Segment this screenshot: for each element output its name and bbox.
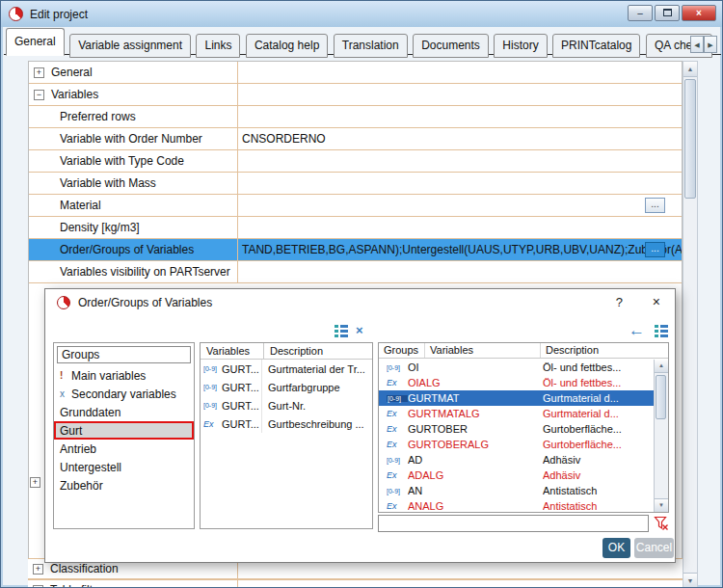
- row-order-groups-of-variables[interactable]: Order/Groups of Variables TAND,BETRIEB,B…: [29, 239, 682, 261]
- group-item-secondary-variables[interactable]: xSecondary variables: [54, 385, 194, 403]
- maximize-icon: [663, 9, 672, 16]
- column-header-description: Description: [264, 343, 372, 359]
- row-variable-order-number[interactable]: Variable with Order Number CNSORDERNO: [29, 128, 682, 150]
- scroll-up-icon[interactable]: ▲: [655, 360, 668, 373]
- dialog-close-icon[interactable]: ×: [653, 294, 660, 309]
- numeric-variable-icon: [0-9]: [201, 365, 222, 372]
- variable-row[interactable]: [0-9]GURT...Gurtfarbgruppe: [201, 378, 372, 396]
- expand-icon[interactable]: +: [33, 585, 43, 588]
- scroll-up-icon[interactable]: ▲: [683, 62, 697, 77]
- column-header-description: Description: [541, 343, 668, 358]
- remove-from-list-icon[interactable]: ×: [356, 323, 363, 337]
- scroll-down-icon[interactable]: ▼: [655, 498, 668, 512]
- tab-links[interactable]: Links: [196, 34, 240, 58]
- groups-panel: Groups !Main variables xSecondary variab…: [53, 342, 195, 529]
- tab-scroll-left-icon[interactable]: ◀: [690, 36, 704, 53]
- add-to-list-icon[interactable]: [335, 325, 348, 340]
- variable-row[interactable]: [0-9]OIÖl- und fettbes...: [379, 360, 654, 375]
- row-label: Preferred rows: [60, 110, 136, 123]
- variable-row[interactable]: [0-9]GURT...Gurtmaterial der Tr...: [201, 360, 372, 378]
- row-value: CNSORDERNO: [242, 132, 326, 146]
- row-density[interactable]: Density [kg/m3]: [29, 217, 682, 239]
- tab-catalog-help[interactable]: Catalog help: [246, 34, 328, 58]
- variable-row[interactable]: ExGURTMATALGGurtmaterial d...: [379, 406, 654, 421]
- scrollbar-thumb[interactable]: [656, 375, 666, 419]
- row-material[interactable]: Material ...: [29, 195, 682, 217]
- variable-row-selected[interactable]: [0-9]GURTMATGurtmaterial d...: [379, 390, 654, 406]
- variable-row[interactable]: ExGURT...Gurtbeschreibung ...: [201, 414, 372, 433]
- group-item-untergestell[interactable]: Untergestell: [54, 458, 194, 476]
- variable-row[interactable]: [0-9]ANAntistatisch: [379, 483, 654, 498]
- column-header-groups: Groups: [379, 343, 425, 358]
- material-ellipsis-button[interactable]: ...: [645, 198, 665, 213]
- filter-input[interactable]: [378, 515, 649, 532]
- tab-documents[interactable]: Documents: [413, 34, 489, 58]
- variable-row[interactable]: [0-9]ADAdhäsiv: [379, 452, 654, 468]
- tab-general[interactable]: General: [6, 28, 65, 56]
- group-item-zubehoer[interactable]: Zubehör: [54, 476, 194, 494]
- group-item-antrieb[interactable]: Antrieb: [54, 440, 194, 458]
- grid-scrollbar[interactable]: ▲ ▼: [683, 61, 698, 588]
- row-variables-visibility[interactable]: Variables visibility on PARTserver: [29, 261, 682, 283]
- row-label: Variables visibility on PARTserver: [60, 265, 230, 279]
- numeric-variable-icon: [0-9]: [201, 402, 222, 409]
- group-item-gurt[interactable]: Gurt: [54, 421, 194, 440]
- row-preferred-rows[interactable]: Preferred rows: [29, 106, 682, 128]
- edit-project-window: Edit project – × General Variable assign…: [0, 0, 723, 588]
- variable-row[interactable]: ExANALGAntistatisch: [379, 498, 654, 512]
- tab-scroll-right-icon[interactable]: ▶: [704, 36, 717, 53]
- expand-icon[interactable]: +: [34, 67, 44, 78]
- group-item-main-variables[interactable]: !Main variables: [54, 366, 194, 385]
- expand-icon[interactable]: +: [33, 564, 43, 575]
- row-general[interactable]: +General: [29, 62, 682, 84]
- text-variable-icon: Ex: [387, 424, 408, 434]
- variable-name: ADALG: [408, 469, 543, 481]
- row-label: Table filters: [50, 583, 109, 588]
- variable-row[interactable]: ExOIALGÖl- und fettbes...: [379, 375, 654, 390]
- group-item-grunddaten[interactable]: Grunddaten: [54, 403, 194, 421]
- numeric-variable-icon: [0-9]: [387, 395, 408, 402]
- help-icon[interactable]: ?: [616, 295, 623, 309]
- variable-description: Adhäsiv: [543, 454, 654, 466]
- numeric-variable-icon: [0-9]: [387, 364, 408, 371]
- variable-description: Gurtmaterial d...: [543, 392, 654, 404]
- group-label: Untergestell: [60, 461, 121, 474]
- group-label: Secondary variables: [71, 388, 176, 401]
- row-variable-type-code[interactable]: Variable with Type Code: [29, 150, 682, 173]
- clear-filter-icon[interactable]: [654, 516, 669, 531]
- row-variables[interactable]: −Variables: [29, 84, 682, 106]
- tab-translation[interactable]: Translation: [334, 34, 408, 58]
- tab-variable-assignment[interactable]: Variable assignment: [69, 34, 191, 58]
- tab-printcatalog[interactable]: PRINTcatalog: [552, 34, 640, 58]
- variable-description: Gurtmaterial d...: [543, 408, 654, 419]
- variables-scrollbar[interactable]: ▲ ▼: [654, 360, 668, 512]
- variable-description: Gurt-Nr.: [261, 396, 372, 414]
- row-variable-mass[interactable]: Variable with Mass: [29, 173, 682, 195]
- variable-row[interactable]: ExGURTOBERALGGurtoberfläche...: [379, 437, 654, 452]
- variable-name: ANALG: [408, 500, 543, 512]
- group-label: Grunddaten: [60, 406, 120, 419]
- variable-description: Gurtfarbgruppe: [261, 378, 372, 396]
- column-header-variables: Variables: [425, 343, 541, 358]
- minimize-button[interactable]: –: [628, 5, 653, 21]
- collapse-icon[interactable]: −: [34, 90, 44, 100]
- row-label: Variables: [51, 88, 98, 101]
- variable-row[interactable]: [0-9]GURT...Gurt-Nr.: [201, 396, 372, 414]
- row-table-filters[interactable]: + Table filters: [28, 579, 683, 588]
- move-left-icon[interactable]: ←: [629, 324, 645, 337]
- maximize-button[interactable]: [655, 5, 680, 21]
- order-groups-ellipsis-button[interactable]: ...: [645, 242, 665, 257]
- scroll-down-icon[interactable]: ▼: [683, 573, 697, 588]
- ok-button[interactable]: OK: [602, 538, 630, 558]
- variable-row[interactable]: ExADALGAdhäsiv: [379, 468, 654, 483]
- expand-icon[interactable]: +: [30, 477, 40, 488]
- cancel-button[interactable]: Cancel: [634, 538, 674, 558]
- tab-history[interactable]: History: [494, 34, 547, 58]
- list-icon[interactable]: [655, 325, 668, 340]
- close-button[interactable]: ×: [682, 5, 716, 21]
- scrollbar-thumb[interactable]: [684, 79, 696, 199]
- row-label: Material: [60, 199, 101, 212]
- variable-row[interactable]: ExGURTOBERGurtoberfläche...: [379, 421, 654, 437]
- column-header-variables: Variables: [201, 343, 264, 359]
- row-label: Variable with Type Code: [60, 154, 184, 168]
